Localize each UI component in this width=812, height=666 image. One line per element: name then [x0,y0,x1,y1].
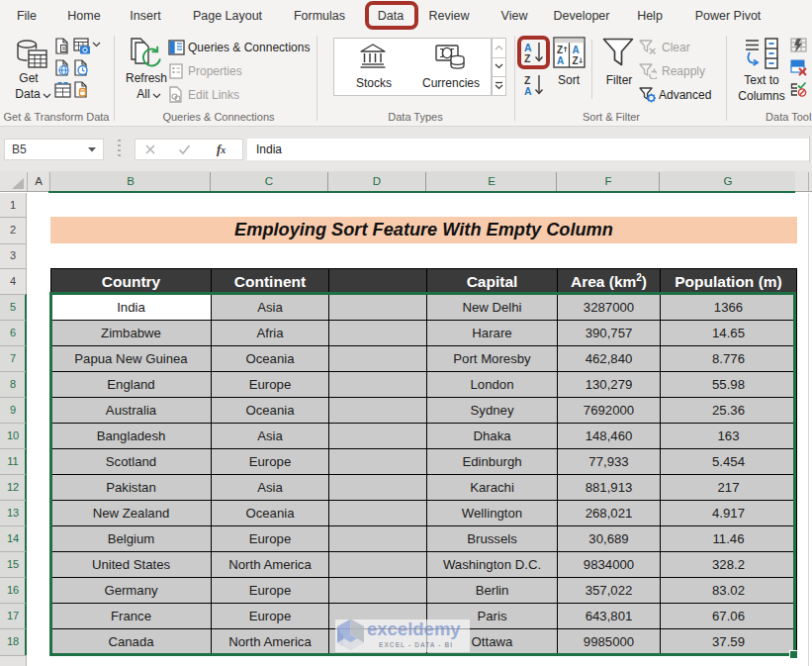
svg-text:Z: Z [573,55,579,66]
svg-text:A: A [573,45,580,55]
svg-text:Z: Z [524,74,531,86]
svg-text:A: A [557,55,564,66]
svg-text:A: A [524,85,532,97]
svg-text:Z: Z [557,45,563,55]
